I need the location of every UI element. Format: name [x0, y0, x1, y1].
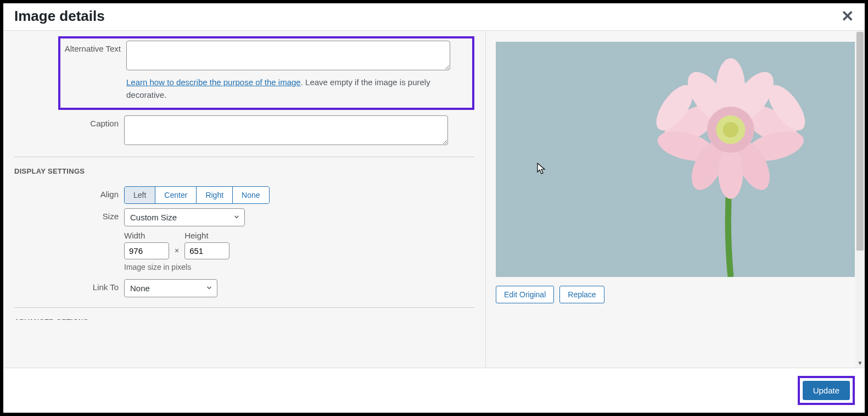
display-settings-heading: DISPLAY SETTINGS: [14, 167, 474, 175]
section-divider: [14, 307, 474, 308]
alt-text-highlight: Alternative Text Learn how to describe t…: [58, 36, 474, 110]
svg-rect-0: [496, 42, 855, 277]
image-details-modal: Image details ✕ Alternative Text Learn h…: [3, 3, 865, 413]
preview-pane: Edit Original Replace: [486, 31, 865, 368]
size-label: Size: [14, 208, 124, 221]
align-center-button[interactable]: Center: [155, 186, 197, 204]
height-label: Height: [184, 231, 229, 240]
settings-pane: Alternative Text Learn how to describe t…: [3, 31, 486, 368]
image-preview: [496, 42, 855, 277]
advanced-options-heading: ADVANCED OPTIONS: [14, 318, 474, 320]
align-left-button[interactable]: Left: [124, 186, 155, 204]
caption-label: Caption: [14, 115, 124, 128]
svg-point-15: [723, 122, 739, 137]
width-label: Width: [124, 231, 169, 240]
size-row: Size Custom Size: [14, 208, 474, 226]
scroll-down-icon[interactable]: ▼: [855, 358, 865, 368]
align-label: Align: [14, 186, 124, 199]
alt-text-help-link[interactable]: Learn how to describe the purpose of the…: [126, 77, 301, 87]
modal-footer: Update: [3, 368, 865, 413]
image-actions: Edit Original Replace: [496, 286, 855, 303]
link-to-select[interactable]: None: [124, 279, 217, 297]
alt-text-input[interactable]: [126, 41, 450, 70]
dimension-hint: Image size in pixels: [124, 263, 448, 271]
alt-text-label: Alternative Text: [63, 41, 126, 53]
width-input[interactable]: [124, 242, 169, 259]
align-button-group: Left Center Right None: [124, 186, 270, 204]
edit-original-button[interactable]: Edit Original: [496, 286, 554, 303]
align-right-button[interactable]: Right: [196, 186, 233, 204]
caption-input[interactable]: [124, 115, 448, 145]
modal-body: Alternative Text Learn how to describe t…: [3, 31, 865, 368]
caption-row: Caption: [14, 115, 474, 147]
modal-title: Image details: [14, 8, 105, 25]
scrollbar-thumb[interactable]: [856, 32, 864, 251]
vertical-scrollbar[interactable]: ▲ ▼: [855, 31, 865, 368]
dimension-separator: ×: [175, 246, 179, 259]
update-highlight: Update: [798, 376, 855, 405]
replace-button[interactable]: Replace: [559, 286, 604, 303]
size-select[interactable]: Custom Size: [124, 208, 245, 226]
link-to-row: Link To None: [14, 279, 474, 297]
height-input[interactable]: [184, 242, 229, 259]
section-divider: [14, 157, 474, 157]
alt-text-help: Learn how to describe the purpose of the…: [126, 76, 450, 101]
close-icon: ✕: [841, 8, 854, 25]
link-to-label: Link To: [14, 279, 124, 292]
dimensions-row: Width × Height Image size in pixels: [14, 231, 474, 271]
svg-point-10: [718, 148, 743, 199]
update-button[interactable]: Update: [803, 381, 850, 400]
align-row: Align Left Center Right None: [14, 186, 474, 204]
close-button[interactable]: ✕: [841, 9, 854, 24]
modal-header: Image details ✕: [3, 3, 865, 31]
alt-text-row: Alternative Text Learn how to describe t…: [63, 41, 470, 101]
cursor-icon: [537, 163, 547, 176]
align-none-button[interactable]: None: [232, 186, 269, 204]
